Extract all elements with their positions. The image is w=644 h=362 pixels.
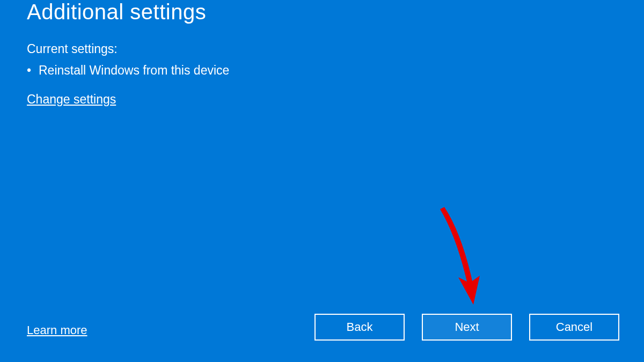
- next-button[interactable]: Next: [422, 314, 512, 341]
- settings-list: Reinstall Windows from this device: [27, 63, 229, 78]
- change-settings-link[interactable]: Change settings: [27, 92, 116, 107]
- red-arrow-annotation-icon: [424, 204, 488, 311]
- current-settings-label: Current settings:: [27, 42, 118, 56]
- settings-list-item: Reinstall Windows from this device: [27, 63, 229, 78]
- cancel-button[interactable]: Cancel: [529, 314, 619, 341]
- page-title: Additional settings: [27, 0, 206, 24]
- back-button[interactable]: Back: [314, 314, 405, 341]
- footer-button-row: Back Next Cancel: [314, 314, 619, 341]
- learn-more-link[interactable]: Learn more: [27, 323, 87, 337]
